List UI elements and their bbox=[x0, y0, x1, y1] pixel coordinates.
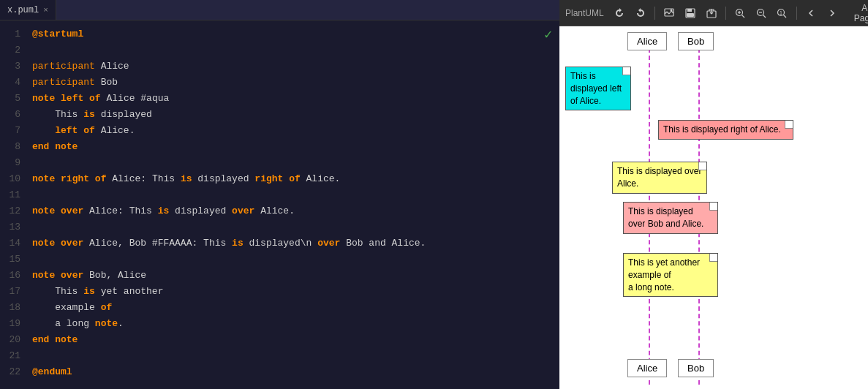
refresh-button[interactable] bbox=[611, 4, 628, 22]
line-num: 10 bbox=[9, 171, 20, 187]
note-ffaaaa-text: This is displayedover Bob and Alice. bbox=[628, 206, 703, 229]
line-num: 18 bbox=[9, 300, 20, 316]
svg-line-3 bbox=[669, 11, 671, 14]
zoom-out-button[interactable] bbox=[752, 4, 769, 22]
svg-text:1: 1 bbox=[780, 10, 782, 15]
alice-top-label: Alice bbox=[637, 36, 657, 47]
toolbar-separator bbox=[654, 7, 655, 20]
zoom-reset-icon: 1 bbox=[777, 8, 787, 18]
line-num: 11 bbox=[9, 187, 20, 203]
zoom-in-icon bbox=[735, 8, 745, 18]
note-over-alice-bob: This is displayedover Bob and Alice. bbox=[623, 202, 718, 234]
export-button[interactable] bbox=[703, 4, 720, 22]
preview-title: PlantUML bbox=[565, 8, 604, 18]
note-pink-text: This is displayed right of Alice. bbox=[663, 124, 781, 135]
line-num: 16 bbox=[9, 268, 20, 284]
save-icon bbox=[685, 8, 695, 18]
code-line: a long note. bbox=[32, 316, 559, 332]
code-line: note over Alice: This is displayed over … bbox=[32, 203, 559, 219]
line-num: 5 bbox=[15, 91, 20, 107]
bob-top-label: Bob bbox=[687, 36, 704, 47]
line-num: 22 bbox=[9, 364, 20, 380]
note-aqua-text: This is displayed left of Alice. bbox=[570, 71, 622, 106]
code-line: left of Alice. bbox=[32, 123, 559, 139]
line-num: 4 bbox=[15, 75, 20, 91]
zoom-reset-button[interactable]: 1 bbox=[774, 4, 790, 22]
editor-tab[interactable]: x.puml × bbox=[0, 0, 56, 20]
svg-line-14 bbox=[742, 15, 745, 18]
code-line bbox=[32, 348, 559, 364]
editor-panel: x.puml × 1 2 3 4 5 6 7 8 9 10 11 12 13 1… bbox=[0, 0, 559, 389]
editor-body: 1 2 3 4 5 6 7 8 9 10 11 12 13 14 15 16 1… bbox=[0, 20, 559, 389]
code-line bbox=[32, 155, 559, 171]
save-png-button[interactable] bbox=[661, 4, 678, 22]
refresh-icon bbox=[614, 8, 624, 18]
code-line: note right of Alice: This is displayed r… bbox=[32, 171, 559, 187]
participant-bob-bottom: Bob bbox=[678, 359, 714, 377]
svg-line-17 bbox=[763, 15, 766, 18]
code-line bbox=[32, 42, 559, 58]
line-num: 3 bbox=[15, 58, 20, 75]
line-num: 9 bbox=[15, 155, 20, 171]
line-num: 17 bbox=[9, 284, 20, 300]
code-area[interactable]: @startuml participant Alice participant … bbox=[26, 20, 559, 389]
all-pages-button[interactable]: All Pages bbox=[845, 1, 868, 25]
note-right-alice: This is displayed right of Alice. bbox=[658, 120, 793, 140]
zoom-out-icon bbox=[756, 8, 766, 18]
editor-content: 1 2 3 4 5 6 7 8 9 10 11 12 13 14 15 16 1… bbox=[0, 20, 559, 389]
line-num: 20 bbox=[9, 332, 20, 348]
line-numbers: 1 2 3 4 5 6 7 8 9 10 11 12 13 14 15 16 1… bbox=[0, 20, 26, 389]
line-num: 1 bbox=[15, 26, 20, 42]
code-line: example of bbox=[32, 300, 559, 316]
alice-bottom-label: Alice bbox=[637, 363, 657, 374]
participant-alice-top: Alice bbox=[627, 32, 667, 50]
forward-icon bbox=[828, 9, 837, 18]
code-line: participant Bob bbox=[32, 75, 559, 91]
svg-rect-7 bbox=[687, 9, 692, 12]
line-num: 13 bbox=[9, 219, 20, 235]
line-num: 14 bbox=[9, 235, 20, 252]
code-line: This is yet another bbox=[32, 284, 559, 300]
tab-bar: x.puml × bbox=[0, 0, 559, 20]
diagram-canvas: Alice Bob This is displayed left of Alic… bbox=[559, 26, 868, 389]
diagram: Alice Bob This is displayed left of Alic… bbox=[559, 26, 868, 389]
svg-line-19 bbox=[784, 15, 787, 18]
svg-point-5 bbox=[671, 9, 673, 11]
line-num: 15 bbox=[9, 252, 20, 268]
code-line bbox=[32, 252, 559, 268]
code-line: This is displayed bbox=[32, 107, 559, 123]
save-png-icon bbox=[664, 8, 674, 18]
line-num: 7 bbox=[15, 123, 20, 139]
preview-toolbar: PlantUML bbox=[559, 0, 868, 26]
check-indicator: ✓ bbox=[544, 26, 552, 42]
save-button[interactable] bbox=[682, 4, 699, 22]
preview-panel: PlantUML bbox=[559, 0, 868, 389]
svg-line-2 bbox=[667, 12, 669, 14]
tab-close-button[interactable]: × bbox=[43, 6, 48, 15]
note-yellow-long-text: This is yet anotherexample ofa long note… bbox=[628, 257, 700, 292]
note-over-bob-alice-long: This is yet anotherexample ofa long note… bbox=[623, 253, 718, 297]
code-line: @enduml bbox=[32, 364, 559, 380]
code-line bbox=[32, 187, 559, 203]
line-num: 8 bbox=[15, 139, 20, 155]
participant-alice-bottom: Alice bbox=[627, 359, 667, 377]
line-num: 2 bbox=[15, 42, 20, 58]
note-yellow-alice-text: This is displayed over Alice. bbox=[617, 166, 701, 189]
code-line bbox=[32, 219, 559, 235]
forward-button[interactable] bbox=[823, 4, 840, 22]
line-num: 19 bbox=[9, 316, 20, 332]
toolbar-separator-3 bbox=[796, 7, 797, 20]
export-icon bbox=[706, 8, 717, 18]
sync-button[interactable] bbox=[632, 4, 649, 22]
tab-filename: x.puml bbox=[7, 5, 39, 15]
back-button[interactable] bbox=[803, 4, 820, 22]
code-line: note left of Alice #aqua bbox=[32, 91, 559, 107]
zoom-in-button[interactable] bbox=[732, 4, 749, 22]
code-line: participant Alice bbox=[32, 58, 559, 75]
line-num: 21 bbox=[9, 348, 20, 364]
sync-icon bbox=[635, 8, 646, 18]
code-line: @startuml bbox=[32, 26, 559, 42]
note-over-alice: This is displayed over Alice. bbox=[612, 162, 707, 194]
back-icon bbox=[807, 9, 815, 18]
svg-rect-8 bbox=[687, 13, 694, 17]
